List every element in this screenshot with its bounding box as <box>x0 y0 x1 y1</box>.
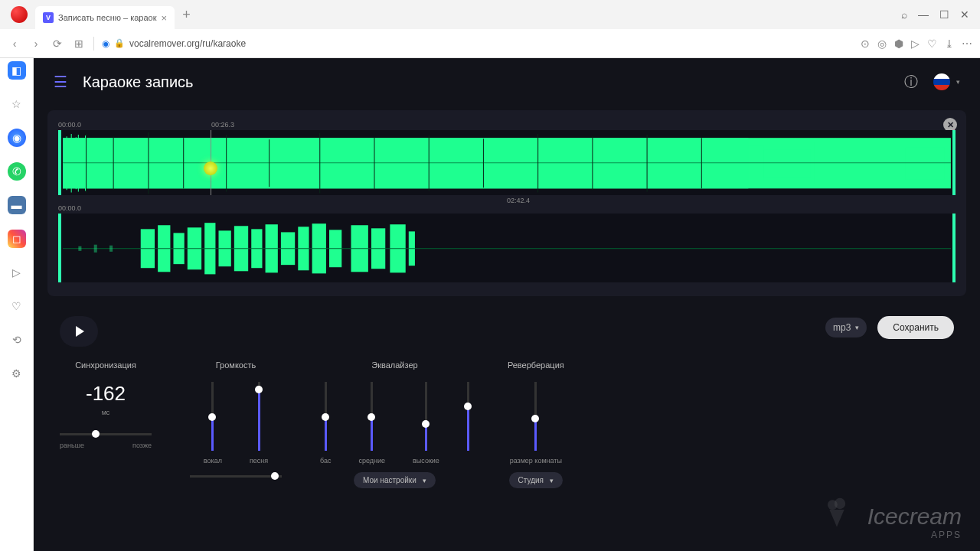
sync-slider[interactable]: раньше позже <box>60 433 152 449</box>
ext-play-icon[interactable]: ▷ <box>911 37 920 50</box>
mid-label: средние <box>358 457 385 465</box>
eq-preset-select[interactable]: Мои настройки ▾ <box>354 472 436 488</box>
sync-group: Синхронизация -162 мс раньше позже <box>60 360 152 449</box>
roomsize-slider[interactable]: размер комнаты <box>510 382 562 465</box>
sync-value: -162 <box>86 382 126 406</box>
vocal-knob[interactable] <box>208 413 216 421</box>
waveform-panel: ✕ 00:00.0 00:26.3 <box>47 110 966 296</box>
app-header: ☰ Караоке запись ⓘ ▾ <box>34 58 980 106</box>
song-volume-slider[interactable]: песня <box>250 382 268 465</box>
maximize-icon[interactable]: ☐ <box>939 8 949 21</box>
divider <box>93 37 94 51</box>
chevron-down-icon: ▾ <box>550 477 554 484</box>
extra-knob[interactable] <box>464 403 472 410</box>
reload-button[interactable]: ⟳ <box>51 37 64 50</box>
opera-logo-icon <box>11 6 28 23</box>
language-chevron-icon[interactable]: ▾ <box>956 78 960 86</box>
eq-group: Эквалайзер бас средние высокие <box>320 360 469 488</box>
bass-slider[interactable]: бас <box>320 382 331 465</box>
sidebar-instagram-icon[interactable]: ◻ <box>8 230 26 248</box>
vocal-volume-slider[interactable]: вокал <box>204 382 222 465</box>
ext-heart-icon[interactable]: ♡ <box>927 37 937 50</box>
play-button[interactable] <box>60 316 98 347</box>
help-icon[interactable]: ⓘ <box>904 73 918 91</box>
sidebar-messenger-icon[interactable]: ◉ <box>8 129 26 147</box>
sidebar-home-icon[interactable]: ◧ <box>8 61 26 80</box>
track2-start-time: 00:00.0 <box>58 204 81 212</box>
back-button[interactable]: ‹ <box>8 37 21 50</box>
sync-left-label: раньше <box>60 442 84 449</box>
roomsize-knob[interactable] <box>531 415 539 422</box>
tab-title: Записать песню – караок <box>58 13 157 22</box>
chevron-down-icon: ▾ <box>423 477 426 484</box>
watermark-sub: APPS <box>867 530 962 540</box>
ext-camera-icon[interactable]: ◎ <box>877 37 887 50</box>
high-slider[interactable]: высокие <box>413 382 439 465</box>
sidebar-whatsapp-icon[interactable]: ✆ <box>8 162 26 181</box>
menu-icon[interactable]: ☰ <box>54 73 67 91</box>
format-value: mp3 <box>833 322 851 333</box>
sync-knob[interactable] <box>92 430 100 438</box>
vocal-track[interactable]: 00:00.0 <box>58 204 956 282</box>
track1-mid-time: 02:42.4 <box>507 197 530 204</box>
sidebar-play-icon[interactable]: ▷ <box>8 263 26 282</box>
sidebar-star-icon[interactable]: ☆ <box>8 95 26 113</box>
mid-knob[interactable] <box>368 413 375 421</box>
svg-rect-52 <box>109 246 113 252</box>
minimize-icon[interactable]: — <box>918 8 929 21</box>
download-icon[interactable]: ⤓ <box>945 37 954 50</box>
browser-tab[interactable]: V Записать песню – караок × <box>35 6 175 29</box>
tab-close-icon[interactable]: × <box>162 12 168 24</box>
reverb-group: Реверберация размер комнаты Студия ▾ <box>508 360 564 488</box>
ext-search-icon[interactable]: ⊙ <box>861 37 870 50</box>
track1-timecodes: 00:00.0 00:26.3 <box>58 121 956 129</box>
track-start-handle[interactable] <box>58 130 61 195</box>
watermark-cone-icon <box>824 497 850 528</box>
browser-tab-strip: V Записать песню – караок × + ⌕ — ☐ ✕ <box>0 0 980 29</box>
extra-label <box>467 457 469 465</box>
sync-unit: мс <box>102 409 110 416</box>
sidebar-vk-icon[interactable]: ▬ <box>8 196 26 214</box>
ext-shield-icon[interactable]: ⬢ <box>894 37 903 50</box>
track2-start-handle[interactable] <box>58 214 61 282</box>
extra-slider[interactable] <box>467 382 469 465</box>
site-info-icon[interactable]: ◉ <box>102 38 109 49</box>
url-field[interactable]: ◉ 🔒 vocalremover.org/ru/karaoke <box>102 38 853 49</box>
track2-end-handle[interactable] <box>952 214 956 282</box>
chevron-down-icon: ▾ <box>855 324 859 331</box>
high-knob[interactable] <box>422 420 430 428</box>
track1-marker-time: 00:26.3 <box>211 121 234 129</box>
balance-knob[interactable] <box>271 472 279 480</box>
vocal-label: вокал <box>204 457 222 465</box>
bass-label: бас <box>320 457 331 465</box>
svg-point-53 <box>828 500 838 510</box>
track1-start-time: 00:00.0 <box>58 121 81 129</box>
mid-slider[interactable]: средние <box>358 382 385 465</box>
sidebar-history-icon[interactable]: ⟲ <box>8 331 26 349</box>
playback-controls: mp3 ▾ Сохранить <box>34 301 980 347</box>
lock-icon: 🔒 <box>114 38 125 48</box>
music-track[interactable]: 00:00.0 00:26.3 <box>58 121 956 195</box>
new-tab-button[interactable]: + <box>182 7 191 23</box>
watermark-brand: Icecream <box>867 504 962 530</box>
waveform-graphic <box>63 130 951 196</box>
bass-knob[interactable] <box>322 413 329 421</box>
sidebar-settings-icon[interactable]: ⚙ <box>8 364 26 383</box>
song-knob[interactable] <box>255 386 263 393</box>
balance-slider[interactable] <box>190 475 282 478</box>
mixer-row: Синхронизация -162 мс раньше позже Громк… <box>34 347 980 488</box>
profile-icon[interactable]: ⋯ <box>962 37 972 50</box>
close-window-icon[interactable]: ✕ <box>960 8 969 21</box>
speed-dial-icon[interactable]: ⊞ <box>72 37 86 50</box>
save-button[interactable]: Сохранить <box>877 316 954 339</box>
track1-waveform[interactable] <box>58 130 956 195</box>
language-selector[interactable] <box>933 73 950 90</box>
reverb-preset-select[interactable]: Студия ▾ <box>509 472 563 488</box>
forward-button[interactable]: › <box>29 37 43 50</box>
sidebar-heart-icon[interactable]: ♡ <box>8 297 26 315</box>
format-select[interactable]: mp3 ▾ <box>825 318 867 337</box>
track2-waveform[interactable] <box>58 214 956 282</box>
svg-rect-51 <box>94 245 97 253</box>
track-end-handle[interactable] <box>952 130 956 195</box>
search-window-icon[interactable]: ⌕ <box>901 8 907 21</box>
